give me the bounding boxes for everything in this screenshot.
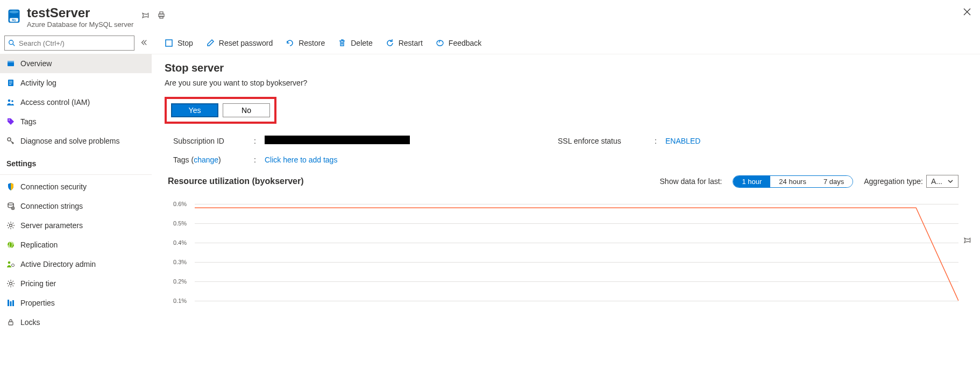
sidebar-item-replication[interactable]: Replication [0,235,152,254]
sidebar-item-locks[interactable]: Locks [0,313,152,332]
sidebar-item-label: Pricing tier [20,279,56,288]
divider [0,174,152,175]
sidebar-item-connection-security[interactable]: Connection security [0,177,152,196]
sidebar-item-label: Active Directory admin [20,260,96,268]
close-icon[interactable] [963,8,971,18]
toolbar-label: Restore [299,39,325,47]
pill-7days[interactable]: 7 days [815,176,853,187]
aggregation-select[interactable]: A... [926,175,958,188]
tags-change-link[interactable]: change [194,155,218,164]
mysql-logo-icon: My [6,9,22,24]
search-field[interactable] [19,39,131,47]
stop-server-message: Are you sure you want to stop byokserver… [165,79,967,87]
toolbar-label: Restart [399,39,423,47]
sidebar-item-label: Server parameters [20,221,83,230]
svg-point-3 [9,11,19,13]
sidebar-item-properties[interactable]: Properties [0,293,152,313]
page-title: testServer [27,5,90,20]
search-input[interactable] [4,36,134,51]
toolbar-label: Stop [177,39,193,47]
time-range-toggle: 1 hour 24 hours 7 days [733,175,853,188]
colon: : [655,137,665,145]
ssl-value[interactable]: ENABLED [665,137,958,145]
toolbar-delete[interactable]: Delete [338,39,372,47]
svg-rect-33 [166,40,172,46]
svg-rect-12 [8,61,14,62]
sidebar-item-server-parameters[interactable]: Server parameters [0,216,152,235]
toolbar-restore[interactable]: Restore [286,39,325,47]
toolbar-feedback[interactable]: Feedback [436,39,481,47]
utilization-title: Resource utilization (byokserver) [168,176,304,186]
show-data-label: Show data for last: [660,177,722,186]
page-header: My testServer Azure Database for MySQL s… [0,0,980,32]
sidebar-item-tags[interactable]: Tags [0,112,152,131]
sidebar-item-label: Access control (IAM) [20,98,90,107]
svg-rect-30 [10,301,12,306]
yes-button[interactable]: Yes [171,103,218,117]
svg-rect-32 [9,322,13,325]
print-icon[interactable] [157,11,166,21]
pill-1hour[interactable]: 1 hour [733,176,770,187]
svg-point-26 [8,261,11,264]
svg-point-23 [10,224,12,227]
sidebar-item-label: Diagnose and solve problems [20,137,119,145]
sidebar-item-diagnose[interactable]: Diagnose and solve problems [0,131,152,151]
chart-y-label: 0.3% [173,259,187,265]
svg-rect-29 [8,300,9,306]
toolbar-reset-password[interactable]: Reset password [206,39,273,47]
toolbar-stop[interactable]: Stop [165,39,193,47]
sidebar-item-activity-log[interactable]: Activity log [0,73,152,93]
pin-icon[interactable] [141,11,150,21]
stop-server-panel: Stop server Are you sure you want to sto… [152,54,980,130]
confirm-box: Yes No [165,97,276,124]
subscription-id-value [265,136,558,146]
collapse-sidebar-icon[interactable] [140,39,147,48]
chart-y-label: 0.4% [173,239,187,246]
chart-line-svg [195,204,958,312]
toolbar-restart[interactable]: Restart [386,39,423,47]
aggregation-label: Aggregation type: [864,177,923,186]
pill-24hours[interactable]: 24 hours [770,176,815,187]
sidebar-item-access-control[interactable]: Access control (IAM) [0,93,152,112]
stop-server-title: Stop server [165,62,967,74]
chart-y-label: 0.5% [173,220,187,227]
sidebar-item-label: Connection strings [20,202,83,210]
svg-point-17 [8,100,11,102]
sidebar-item-label: Replication [20,241,58,249]
subscription-id-label: Subscription ID [173,137,254,145]
svg-text:My: My [12,18,16,22]
toolbar-label: Reset password [219,39,273,47]
chevron-down-icon [947,178,954,185]
sidebar: Overview Activity log Access control (IA… [0,32,152,389]
svg-point-20 [8,138,11,141]
svg-rect-5 [160,12,163,14]
main-content: Stop Reset password Restore Delete Resta… [152,32,980,389]
sidebar-item-connection-strings[interactable]: Connection strings [0,196,152,216]
title-group: testServer Azure Database for MySQL serv… [27,5,133,29]
svg-point-28 [10,282,12,285]
svg-point-24 [8,242,14,248]
colon: : [254,155,265,164]
sidebar-item-label: Overview [20,59,52,68]
sidebar-item-pricing-tier[interactable]: Pricing tier [0,274,152,293]
sidebar-item-label: Locks [20,318,40,327]
svg-point-27 [12,264,15,267]
chart-y-label: 0.2% [173,278,187,285]
toolbar-label: Delete [351,39,372,47]
page-subtitle: Azure Database for MySQL server [27,20,133,29]
svg-line-10 [13,44,15,46]
colon: : [254,137,265,145]
sidebar-item-ad-admin[interactable]: Active Directory admin [0,254,152,274]
no-button[interactable]: No [223,103,270,117]
sidebar-item-overview[interactable]: Overview [0,54,152,73]
svg-point-21 [8,203,13,205]
sidebar-item-label: Connection security [20,182,87,191]
ssl-label: SSL enforce status [558,137,655,145]
pin-chart-icon[interactable] [963,236,971,246]
svg-rect-31 [12,300,14,306]
svg-point-19 [9,119,10,121]
aggregation-value: A... [931,177,942,186]
utilization-chart: 0.6%0.5%0.4%0.3%0.2%0.1% [173,204,958,312]
toolbar: Stop Reset password Restore Delete Resta… [152,32,980,54]
tags-add-link[interactable]: Click here to add tags [265,155,558,164]
